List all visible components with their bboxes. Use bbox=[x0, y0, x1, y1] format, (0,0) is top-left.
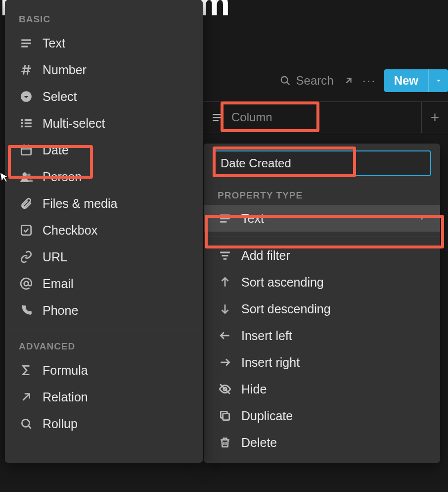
expand-icon[interactable] bbox=[343, 75, 355, 87]
list-icon bbox=[19, 116, 34, 131]
svg-rect-42 bbox=[223, 414, 229, 420]
search-button[interactable]: Search bbox=[279, 74, 334, 88]
sigma-icon bbox=[19, 363, 34, 378]
rollup-icon bbox=[19, 416, 34, 431]
column-header-row: Column + bbox=[203, 101, 448, 133]
search-label: Search bbox=[296, 74, 334, 88]
column-header[interactable]: Column bbox=[203, 106, 279, 129]
sort-descending-action[interactable]: Sort descending bbox=[204, 295, 440, 322]
menu-label: Rollup bbox=[43, 417, 78, 431]
svg-line-11 bbox=[27, 65, 29, 75]
arrow-up-icon bbox=[218, 275, 232, 290]
type-person[interactable]: Person bbox=[5, 163, 203, 190]
select-icon bbox=[19, 89, 34, 104]
type-date[interactable]: Date bbox=[5, 137, 203, 163]
svg-rect-35 bbox=[224, 258, 227, 259]
trash-icon bbox=[218, 435, 232, 450]
type-formula[interactable]: Formula bbox=[5, 357, 203, 384]
svg-point-28 bbox=[22, 419, 29, 427]
menu-label: Formula bbox=[43, 363, 88, 378]
menu-label: Hide bbox=[241, 382, 267, 396]
svg-point-0 bbox=[281, 77, 287, 83]
menu-label: Sort ascending bbox=[241, 275, 324, 290]
menu-label: Files & media bbox=[43, 197, 117, 211]
add-filter-action[interactable]: Add filter bbox=[204, 242, 440, 269]
svg-rect-7 bbox=[21, 46, 28, 47]
type-text[interactable]: Text bbox=[5, 30, 203, 56]
svg-rect-4 bbox=[213, 120, 219, 121]
svg-rect-31 bbox=[220, 218, 230, 219]
link-icon bbox=[19, 249, 34, 264]
menu-label: Insert right bbox=[241, 355, 300, 370]
insert-right-action[interactable]: Insert right bbox=[204, 349, 440, 376]
arrow-down-icon bbox=[218, 301, 232, 316]
menu-label: Relation bbox=[43, 390, 88, 404]
type-select[interactable]: Select bbox=[5, 83, 203, 110]
hide-action[interactable]: Hide bbox=[204, 376, 440, 402]
database-toolbar: Search ··· New bbox=[279, 69, 448, 92]
svg-point-23 bbox=[22, 172, 27, 177]
menu-divider bbox=[204, 237, 440, 237]
type-multi-select[interactable]: Multi-select bbox=[5, 110, 203, 137]
type-url[interactable]: URL bbox=[5, 244, 203, 270]
type-checkbox[interactable]: Checkbox bbox=[5, 217, 203, 244]
type-rollup[interactable]: Rollup bbox=[5, 410, 203, 437]
type-phone[interactable]: Phone bbox=[5, 297, 203, 324]
new-button[interactable]: New bbox=[384, 69, 428, 92]
section-advanced-label: ADVANCED bbox=[5, 336, 203, 357]
menu-label: Date bbox=[43, 143, 69, 157]
svg-rect-2 bbox=[213, 114, 222, 115]
column-header-label: Column bbox=[231, 110, 272, 124]
menu-label: Select bbox=[43, 90, 77, 104]
duplicate-action[interactable]: Duplicate bbox=[204, 402, 440, 429]
new-button-group: New bbox=[384, 69, 448, 92]
new-dropdown-button[interactable] bbox=[428, 69, 448, 92]
svg-rect-32 bbox=[220, 221, 226, 222]
text-lines-icon bbox=[218, 211, 232, 226]
type-number[interactable]: Number bbox=[5, 56, 203, 83]
checkbox-icon bbox=[19, 223, 34, 238]
type-files[interactable]: Files & media bbox=[5, 190, 203, 217]
svg-rect-34 bbox=[222, 255, 228, 256]
svg-rect-30 bbox=[220, 214, 230, 216]
menu-label: Text bbox=[241, 211, 264, 226]
menu-label: Duplicate bbox=[241, 409, 293, 423]
menu-label: Email bbox=[43, 277, 74, 291]
insert-left-action[interactable]: Insert left bbox=[204, 322, 440, 349]
delete-action[interactable]: Delete bbox=[204, 429, 440, 456]
svg-line-1 bbox=[287, 82, 289, 85]
menu-label: Checkbox bbox=[43, 223, 97, 238]
text-lines-icon bbox=[210, 110, 224, 125]
plus-icon: + bbox=[431, 109, 440, 126]
svg-rect-19 bbox=[21, 146, 31, 154]
svg-rect-6 bbox=[21, 43, 31, 44]
sort-ascending-action[interactable]: Sort ascending bbox=[204, 269, 440, 295]
menu-label: Person bbox=[43, 170, 82, 184]
svg-point-13 bbox=[21, 119, 23, 121]
svg-line-10 bbox=[24, 65, 25, 75]
svg-rect-14 bbox=[25, 119, 32, 121]
paperclip-icon bbox=[19, 196, 34, 211]
calendar-icon bbox=[19, 143, 34, 157]
property-type-label: PROPERTY TYPE bbox=[204, 183, 440, 205]
property-type-panel: BASIC Text Number Select Multi-select Da… bbox=[5, 0, 203, 463]
svg-rect-5 bbox=[21, 39, 31, 41]
menu-divider bbox=[5, 330, 203, 330]
type-relation[interactable]: Relation bbox=[5, 384, 203, 410]
column-name-input[interactable] bbox=[213, 150, 431, 176]
person-icon bbox=[19, 169, 34, 184]
menu-label: Delete bbox=[241, 436, 277, 450]
property-type-selector[interactable]: Text bbox=[204, 205, 440, 232]
phone-icon bbox=[19, 303, 34, 318]
svg-line-29 bbox=[28, 426, 31, 428]
menu-label: Multi-select bbox=[43, 116, 105, 131]
svg-point-17 bbox=[21, 125, 23, 127]
section-basic-label: BASIC bbox=[5, 9, 203, 30]
svg-point-24 bbox=[27, 174, 30, 177]
add-column-button[interactable]: + bbox=[421, 102, 448, 133]
menu-label: Text bbox=[43, 36, 65, 50]
more-icon[interactable]: ··· bbox=[363, 75, 375, 87]
svg-point-15 bbox=[21, 122, 23, 124]
type-email[interactable]: Email bbox=[5, 270, 203, 297]
chevron-down-icon bbox=[435, 77, 443, 85]
